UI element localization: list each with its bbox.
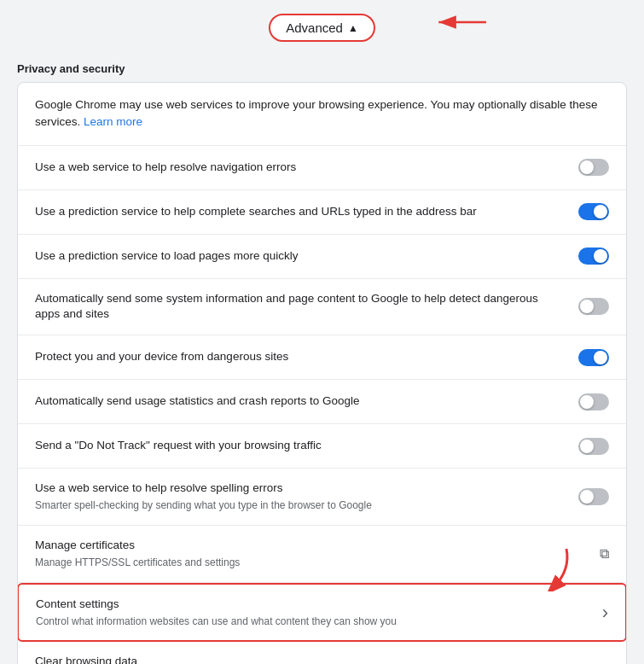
- toggle-prediction-search[interactable]: [578, 203, 609, 220]
- toggle-track-spelling-errors: [578, 488, 609, 505]
- toggle-do-not-track[interactable]: [578, 438, 609, 455]
- settings-rows-container: Use a web service to help resolve naviga…: [18, 146, 626, 665]
- toggle-knob-prediction-search: [594, 205, 607, 218]
- external-link-icon-certificates[interactable]: ⧉: [600, 546, 609, 562]
- toggle-track-do-not-track: [578, 438, 609, 455]
- setting-label-prediction-pages: Use a prediction service to load pages m…: [35, 248, 578, 265]
- toggle-spelling-errors[interactable]: [578, 488, 609, 505]
- setting-row-content-settings[interactable]: Content settingsControl what information…: [17, 583, 627, 643]
- red-arrow-svg: [431, 12, 490, 32]
- section-title: Privacy and security: [0, 54, 644, 82]
- toggle-safe-browsing[interactable]: [578, 349, 609, 366]
- toggle-system-info[interactable]: [578, 298, 609, 315]
- toggle-knob-usage-stats: [580, 395, 594, 409]
- toggle-track-prediction-pages: [578, 248, 609, 265]
- content-settings-annotation-wrapper: Content settingsControl what information…: [18, 583, 626, 643]
- advanced-button[interactable]: Advanced ▲: [269, 14, 375, 42]
- toggle-knob-spelling-errors: [580, 490, 594, 504]
- setting-row-certificates[interactable]: Manage certificatesManage HTTPS/SSL cert…: [18, 526, 626, 583]
- toggle-knob-safe-browsing: [594, 351, 607, 364]
- setting-label-do-not-track: Send a "Do Not Track" request with your …: [35, 438, 578, 454]
- advanced-label: Advanced: [286, 20, 343, 35]
- toggle-knob-system-info: [580, 300, 594, 313]
- chevron-right-icon-clear-browsing: ›: [603, 659, 609, 664]
- toggle-knob-nav-errors: [580, 160, 594, 174]
- setting-row-prediction-search[interactable]: Use a prediction service to help complet…: [18, 190, 626, 235]
- setting-row-spelling-errors[interactable]: Use a web service to help resolve spelli…: [18, 469, 626, 526]
- toggle-usage-stats[interactable]: [578, 393, 609, 411]
- toggle-knob-prediction-pages: [594, 249, 607, 263]
- setting-label-content-settings: Content settingsControl what information…: [36, 597, 602, 629]
- settings-card: Google Chrome may use web services to im…: [17, 82, 627, 664]
- setting-label-usage-stats: Automatically send usage statistics and …: [35, 393, 578, 410]
- setting-label-system-info: Automatically send some system informati…: [35, 291, 578, 323]
- setting-row-clear-browsing[interactable]: Clear browsing dataClear history, cookie…: [18, 642, 626, 664]
- header: Advanced ▲: [0, 0, 644, 54]
- setting-label-nav-errors: Use a web service to help resolve naviga…: [35, 160, 578, 176]
- chevron-up-icon: ▲: [348, 22, 358, 34]
- setting-label-clear-browsing: Clear browsing dataClear history, cookie…: [35, 654, 603, 664]
- toggle-track-prediction-search: [578, 203, 609, 220]
- learn-more-link[interactable]: Learn more: [84, 115, 142, 128]
- setting-row-nav-errors[interactable]: Use a web service to help resolve naviga…: [18, 146, 626, 190]
- setting-row-prediction-pages[interactable]: Use a prediction service to load pages m…: [18, 235, 626, 279]
- toggle-track-nav-errors: [578, 159, 609, 176]
- setting-label-safe-browsing: Protect you and your device from dangero…: [35, 349, 578, 365]
- chevron-right-icon-content-settings: ›: [602, 602, 608, 624]
- setting-label-spelling-errors: Use a web service to help resolve spelli…: [35, 481, 578, 513]
- toggle-knob-do-not-track: [580, 440, 594, 453]
- setting-sublabel-certificates: Manage HTTPS/SSL certificates and settin…: [35, 556, 583, 570]
- info-text: Google Chrome may use web services to im…: [35, 96, 609, 131]
- toggle-track-usage-stats: [578, 393, 609, 411]
- toggle-track-safe-browsing: [578, 349, 609, 366]
- setting-label-certificates: Manage certificatesManage HTTPS/SSL cert…: [35, 538, 600, 570]
- info-row: Google Chrome may use web services to im…: [18, 83, 626, 146]
- setting-sublabel-spelling-errors: Smarter spell-checking by sending what y…: [35, 498, 561, 513]
- setting-row-do-not-track[interactable]: Send a "Do Not Track" request with your …: [18, 424, 626, 469]
- toggle-prediction-pages[interactable]: [578, 248, 609, 265]
- annotation-arrow-advanced: [431, 12, 490, 32]
- setting-row-usage-stats[interactable]: Automatically send usage statistics and …: [18, 380, 626, 424]
- setting-row-safe-browsing[interactable]: Protect you and your device from dangero…: [18, 335, 626, 380]
- setting-row-system-info[interactable]: Automatically send some system informati…: [18, 279, 626, 336]
- setting-sublabel-content-settings: Control what information websites can us…: [36, 614, 585, 629]
- toggle-nav-errors[interactable]: [578, 159, 609, 176]
- setting-label-prediction-search: Use a prediction service to help complet…: [35, 204, 578, 220]
- toggle-track-system-info: [578, 298, 609, 315]
